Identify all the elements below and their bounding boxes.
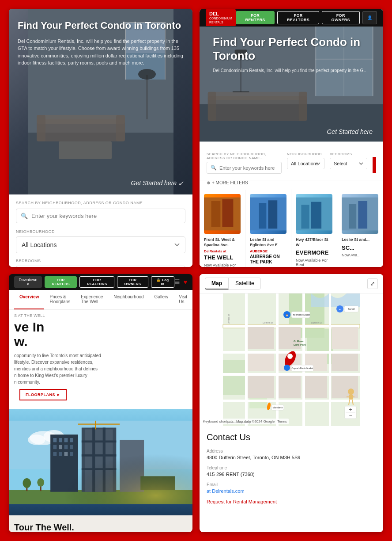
hamburger-icon[interactable]: ☰ [174, 278, 180, 286]
property-status-1: Now Available For Rent [250, 267, 286, 267]
detail-sub-nav-prices[interactable]: Prices & Floorplans [44, 290, 75, 309]
mobile-search-input-wrap[interactable]: 🔍 [16, 209, 185, 223]
contact-request-link[interactable]: Request for Rental Management [207, 499, 376, 504]
map-fullscreen-btn[interactable]: ⤢ [367, 278, 378, 289]
svg-text:Coppa's Fresh Market: Coppa's Fresh Market [291, 367, 313, 370]
svg-rect-100 [223, 373, 360, 376]
svg-rect-110 [248, 376, 274, 398]
map-footer-bar: Keyboard shortcuts Map data ©2024 Google… [201, 419, 289, 424]
mobile-bedrooms-select[interactable]: Select [16, 266, 185, 267]
svg-text:Mandarin: Mandarin [273, 406, 283, 409]
detail-sub-nav-overview[interactable]: Overview [14, 290, 44, 309]
detail-nav-owners[interactable]: FOR OWNERS [117, 276, 148, 288]
mobile-search-label: SEARCH BY NEIGHBOURHOOD, ADDRESS OR COND… [16, 201, 185, 205]
contact-email-label: Email [207, 482, 376, 487]
detail-sub-nav-experience[interactable]: Experience The Well [75, 290, 108, 309]
desktop-nav-renters[interactable]: FOR RENTERS [236, 11, 275, 24]
detail-sub-nav-visit[interactable]: Visit Us [173, 290, 192, 309]
panel-detail: Downtown ▾ FOR RENTERS FOR REALTORS FOR … [9, 274, 192, 532]
detail-topbar-left: Downtown ▾ FOR RENTERS FOR REALTORS FOR … [14, 276, 174, 288]
detail-building-img [9, 409, 192, 515]
desktop-bedrooms-group: BEDROOMS Select [330, 152, 367, 174]
desktop-nav-owners[interactable]: FOR OWNERS [322, 11, 360, 24]
svg-text:G. Ross: G. Ross [294, 340, 304, 343]
property-brand-0: DelRentals at [204, 249, 241, 253]
detail-tour-section: Tour The Well. Book a private showing or… [9, 515, 192, 532]
property-address-1: Leslie St and Eglinton Ave E [250, 237, 286, 248]
svg-text:−: − [349, 412, 352, 419]
search-icon: 🔍 [21, 213, 28, 219]
property-img-3 [342, 194, 378, 234]
desktop-hero-title: Find Your Perfect Condo in Toronto [213, 35, 370, 63]
mobile-search-section: SEARCH BY NEIGHBOURHOOD, ADDRESS OR COND… [9, 194, 192, 267]
property-card-1[interactable]: Leslie St and Eglinton Ave E AUBERGE AUB… [245, 190, 291, 267]
desktop-search-input[interactable] [219, 165, 278, 171]
property-status-3: Now Ava... [342, 253, 378, 257]
detail-floorplans-btn[interactable]: FLOORPLANS ► [19, 389, 67, 400]
desktop-nav-realtors[interactable]: FOR REALTORS [277, 11, 319, 24]
map-tab-bar: Map Satellite ⤢ [200, 274, 383, 293]
contact-section: Contact Us Address 4800 Dufferin Street,… [200, 426, 383, 516]
desktop-nav: FOR RENTERS FOR REALTORS FOR OWNERS 👤 [236, 11, 377, 24]
detail-title-2: w. [9, 334, 192, 352]
desktop-more-filters[interactable]: ⊕ + MORE FILTERS [200, 180, 383, 190]
desktop-bedrooms-label: BEDROOMS [330, 152, 367, 156]
desktop-search-input-wrap[interactable]: 🔍 [207, 162, 282, 174]
map-tab-satellite[interactable]: Satellite [229, 278, 261, 290]
detail-sub-nav-gallery[interactable]: Gallery [149, 290, 174, 309]
svg-point-128 [287, 354, 293, 359]
mobile-neighbourhood-select[interactable]: All Locations [16, 236, 185, 253]
detail-location-btn[interactable]: Downtown ▾ [14, 276, 42, 288]
map-data-text: Map data ©2024 Google [236, 419, 275, 423]
contact-address-value: 4800 Dufferin Street, Toronto, ON M3H 5S… [207, 455, 376, 460]
property-card-2[interactable]: Hwy 427/Bloor St W EVERMORE Now Availabl… [291, 190, 337, 267]
mobile-search-input[interactable] [31, 213, 181, 219]
svg-point-136 [348, 389, 354, 395]
detail-login-btn[interactable]: 🔒 Log In [151, 276, 174, 288]
heart-icon[interactable]: ♥ [184, 278, 187, 286]
contact-address-label: Address [207, 449, 376, 453]
detail-sub-nav-neighbourhood[interactable]: Neighbourhood [108, 290, 149, 309]
desktop-logo-sub: CONDOMINIUMRENTALS [209, 17, 232, 24]
detail-tour-content: Tour The Well. Book a private showing or… [14, 522, 187, 532]
panel-desktop: DEL CONDOMINIUMRENTALS FOR RENTERS FOR R… [200, 9, 383, 267]
property-card-3[interactable]: Leslie St and... SC... Now Ava... [337, 190, 383, 267]
svg-rect-105 [329, 293, 331, 426]
map-tab-map[interactable]: Map [205, 278, 229, 290]
svg-text:+: + [349, 407, 352, 413]
property-address-0: Front St. West & Spadina Ave. [204, 237, 241, 248]
detail-nav-renters[interactable]: FOR RENTERS [45, 276, 77, 288]
svg-rect-101 [223, 400, 360, 402]
detail-nav-realtors[interactable]: FOR REALTORS [79, 276, 114, 288]
contact-telephone-value: 415-296-RENT (7368) [207, 472, 376, 477]
desktop-neighbourhood-group: NEIGHBOURHOOD All Locations [287, 152, 324, 174]
svg-text:Dufferin St: Dufferin St [311, 321, 322, 324]
mobile-bedrooms-group: BEDROOMS Select [16, 259, 185, 267]
mobile-get-started-text: Get Started here [131, 179, 184, 187]
desktop-neighbourhood-select[interactable]: All Locations [287, 158, 324, 169]
svg-rect-111 [279, 376, 301, 398]
panel-mobile: Find Your Perfect Condo in Toronto Del C… [9, 9, 192, 267]
svg-text:●: ● [339, 308, 341, 311]
mobile-neighbourhood-group: NEIGHBOURHOOD All Locations [16, 229, 185, 253]
desktop-nav-account[interactable]: 👤 [362, 11, 377, 24]
property-name-1: AUBERGE ON THE PARK [250, 254, 286, 265]
desktop-properties-grid: Front St. West & Spadina Ave. DelRentals… [200, 190, 383, 267]
desktop-search-field-label: SEARCH BY NEIGHBOURHOOD, ADDRESS OR COND… [207, 152, 282, 160]
property-card-0[interactable]: Front St. West & Spadina Ave. DelRentals… [200, 190, 245, 267]
detail-topbar-icons: ☰ ♥ [174, 278, 187, 286]
property-status-0: Now Available For Rent [204, 263, 241, 267]
property-img-1 [250, 194, 286, 234]
mobile-hero-desc: Del Condominium Rentals, Inc. will help … [18, 38, 184, 67]
svg-text:The Home Depot: The Home Depot [291, 313, 310, 316]
desktop-bedrooms-select[interactable]: Select [330, 158, 367, 169]
desktop-logo: DEL CONDOMINIUMRENTALS [206, 9, 236, 26]
map-terms[interactable]: Terms [277, 419, 287, 423]
property-auberge-label: AUBERGE [250, 249, 268, 253]
svg-rect-45 [296, 198, 332, 231]
contact-telephone-label: Telephone [207, 465, 376, 470]
property-img-2 [296, 194, 332, 234]
svg-rect-102 [245, 293, 248, 426]
contact-email-value[interactable]: at Delrentals.com [207, 488, 376, 494]
svg-rect-114 [332, 354, 358, 371]
